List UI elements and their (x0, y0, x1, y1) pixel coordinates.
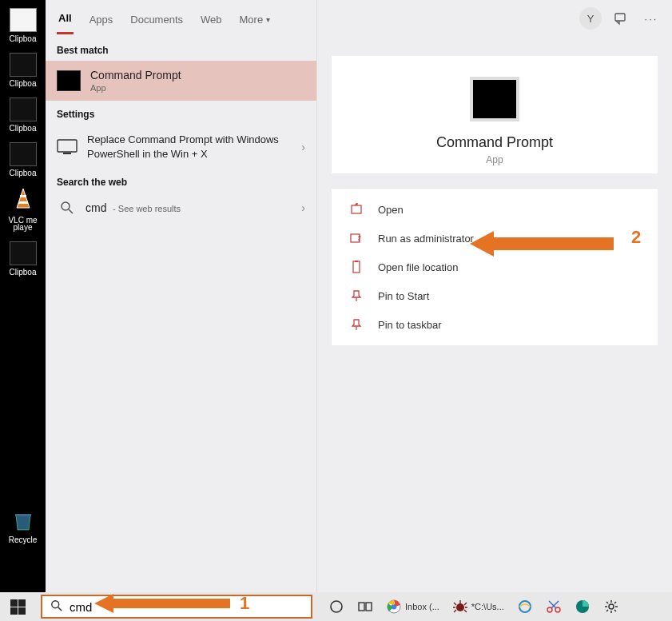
gear-icon (603, 599, 619, 615)
svg-point-24 (609, 604, 614, 609)
svg-point-12 (52, 600, 59, 607)
bug-icon (452, 599, 468, 615)
svg-rect-4 (63, 153, 71, 154)
tab-all[interactable]: All (57, 2, 74, 34)
search-icon (50, 599, 63, 615)
internet-explorer-icon (517, 599, 533, 615)
taskbar-label: Inbox (... (405, 602, 439, 611)
start-button[interactable] (0, 592, 36, 621)
svg-point-19 (456, 603, 464, 611)
section-settings: Settings (46, 101, 316, 125)
taskbar-settings[interactable] (598, 595, 624, 619)
action-pin-to-start[interactable]: Pin to Start (332, 281, 658, 310)
taskbar-snip[interactable] (541, 595, 567, 619)
recycle-bin-icon (10, 509, 37, 533)
search-scope-tabs: All Apps Documents Web More ▾ (46, 0, 316, 37)
chevron-right-icon: › (301, 201, 305, 214)
result-title: Replace Command Prompt with Windows Powe… (87, 133, 296, 161)
feedback-button[interactable] (610, 7, 632, 30)
svg-rect-15 (359, 603, 364, 611)
result-web-cmd[interactable]: cmd - See web results › (46, 193, 316, 223)
tab-apps[interactable]: Apps (88, 4, 115, 34)
desktop-shortcut-vlc[interactable]: VLC me playe (4, 187, 42, 232)
result-details-panel: Y ··· Command Prompt App Open Run as adm… (317, 0, 672, 592)
desktop-shortcut-recycle-bin[interactable]: Recycle (4, 509, 42, 544)
action-run-as-administrator[interactable]: Run as administrator (332, 224, 658, 253)
desktop-label: Clipboa (2, 124, 44, 133)
taskbar-search-box[interactable] (41, 595, 312, 619)
desktop-label: Recycle (2, 535, 44, 544)
result-subtitle: - See web results (113, 204, 181, 213)
taskbar-bug-app[interactable]: *C:\Us... (447, 595, 509, 619)
shield-run-icon (348, 231, 365, 245)
action-label: Run as administrator (378, 233, 474, 245)
edge-icon (575, 599, 590, 615)
svg-rect-11 (355, 261, 358, 262)
chrome-icon (386, 599, 402, 615)
result-subtitle: App (90, 83, 305, 93)
action-open[interactable]: Open (332, 195, 658, 224)
desktop-shortcut-clipboard-5[interactable]: Clipboa (4, 241, 42, 277)
cmd-large-icon (470, 77, 519, 121)
desktop-label: Clipboa (2, 79, 44, 88)
svg-rect-10 (353, 261, 360, 273)
chevron-right-icon: › (301, 141, 305, 153)
desktop-shortcut-clipboard-1[interactable]: Clipboa (4, 8, 42, 43)
action-label: Open file location (378, 261, 458, 273)
svg-rect-8 (352, 205, 361, 213)
result-replace-powershell[interactable]: Replace Command Prompt with Windows Powe… (46, 125, 316, 169)
taskbar-search-input[interactable] (70, 600, 303, 614)
tab-more[interactable]: More ▾ (238, 4, 272, 34)
scissors-icon (546, 599, 562, 615)
search-icon (60, 201, 74, 215)
result-title: Command Prompt (90, 69, 305, 82)
svg-rect-16 (366, 603, 372, 611)
more-options-button[interactable]: ··· (640, 7, 662, 30)
taskbar-edge[interactable] (570, 595, 595, 619)
tab-documents[interactable]: Documents (129, 4, 185, 34)
details-card: Command Prompt App (332, 56, 658, 173)
pin-icon (348, 289, 365, 303)
action-open-file-location[interactable]: Open file location (332, 253, 658, 281)
open-icon (348, 202, 365, 217)
desktop-shortcut-clipboard-2[interactable]: Clipboa (4, 53, 42, 88)
folder-location-icon (348, 260, 365, 274)
svg-marker-0 (17, 189, 30, 208)
pin-icon (348, 317, 365, 332)
svg-rect-2 (18, 201, 28, 204)
details-subtitle: App (486, 154, 503, 165)
desktop-label: Clipboa (2, 268, 44, 277)
cortana-icon (328, 599, 344, 615)
svg-line-13 (58, 607, 62, 610)
desktop-label: Clipboa (2, 34, 44, 43)
taskbar-label: *C:\Us... (471, 602, 504, 611)
taskbar-chrome-inbox[interactable]: Inbox (... (381, 595, 444, 619)
action-pin-to-taskbar[interactable]: Pin to taskbar (332, 310, 658, 339)
taskbar-task-view-button[interactable] (352, 595, 378, 619)
panel-top-actions: Y ··· (317, 0, 672, 37)
section-best-match: Best match (46, 37, 316, 61)
svg-point-14 (331, 601, 342, 612)
taskbar: Inbox (... *C:\Us... (0, 592, 672, 621)
taskbar-ie[interactable] (512, 595, 538, 619)
taskbar-cortana-button[interactable] (324, 595, 349, 619)
action-label: Open (378, 204, 404, 216)
svg-rect-3 (58, 140, 77, 152)
action-label: Pin to Start (378, 290, 429, 302)
desktop-label: playe (2, 223, 44, 232)
task-view-icon (357, 599, 373, 615)
chevron-down-icon: ▾ (266, 15, 270, 24)
user-avatar[interactable]: Y (579, 7, 602, 30)
details-actions-list: Open Run as administrator Open file loca… (332, 188, 658, 345)
desktop-shortcut-clipboard-3[interactable]: Clipboa (4, 98, 42, 133)
result-command-prompt[interactable]: Command Prompt App (46, 61, 316, 101)
action-label: Pin to taskbar (378, 319, 442, 331)
result-title: cmd (85, 201, 106, 214)
desktop-background: Clipboa Clipboa Clipboa Clipboa VLC me p… (0, 0, 46, 592)
tab-web[interactable]: Web (199, 4, 224, 34)
svg-point-20 (519, 601, 531, 612)
windows-logo-icon (10, 599, 26, 615)
desktop-shortcut-clipboard-4[interactable]: Clipboa (4, 142, 42, 177)
cmd-icon (57, 70, 81, 91)
start-search-panel: All Apps Documents Web More ▾ Best match… (46, 0, 317, 592)
